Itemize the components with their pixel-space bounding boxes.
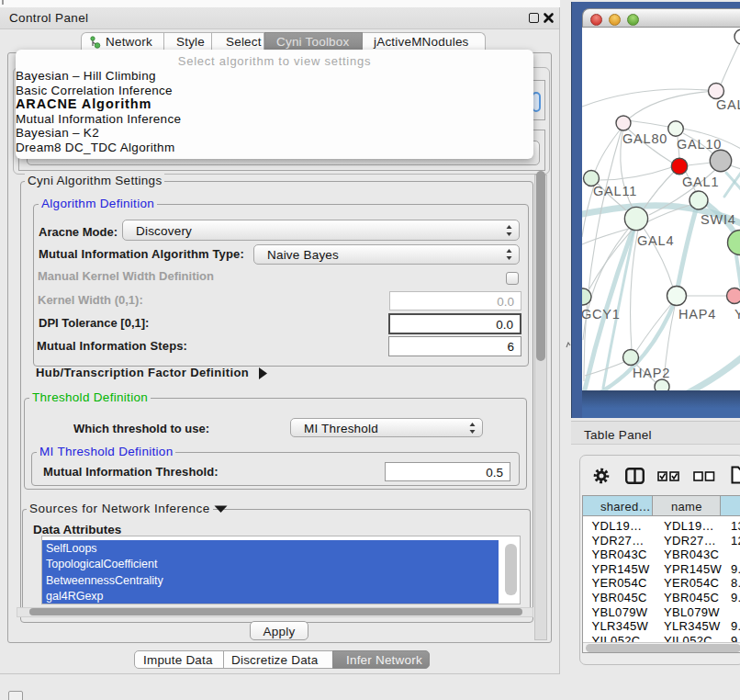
- svg-text:YE: YE: [734, 307, 740, 322]
- svg-text:HAP2: HAP2: [633, 366, 670, 380]
- svg-text:GCY1: GCY1: [582, 307, 621, 322]
- svg-text:SWI4: SWI4: [701, 212, 736, 227]
- svg-text:GAL11: GAL11: [593, 184, 637, 198]
- svg-text:GAL80: GAL80: [622, 131, 667, 146]
- svg-text:HAP4: HAP4: [678, 307, 716, 322]
- svg-text:GAL10: GAL10: [677, 137, 722, 152]
- svg-text:GAL7: GAL7: [716, 97, 740, 112]
- svg-text:GAL1: GAL1: [682, 175, 719, 189]
- svg-text:GAL4: GAL4: [637, 233, 674, 248]
